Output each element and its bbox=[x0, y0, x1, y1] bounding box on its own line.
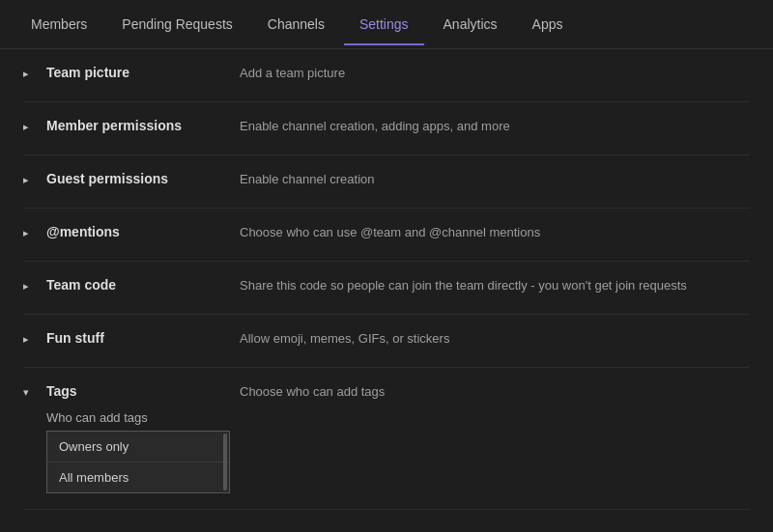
tags-sub-label: Who can add tags bbox=[46, 410, 750, 425]
nav-item-channels[interactable]: Channels bbox=[252, 3, 340, 45]
settings-content: ▸ Team picture Add a team picture ▸ Memb… bbox=[0, 49, 773, 532]
chevron-fun-stuff[interactable]: ▸ bbox=[23, 333, 37, 346]
tags-expanded-content: Who can add tags Owners only All members bbox=[23, 410, 750, 493]
desc-fun-stuff: Allow emoji, memes, GIFs, or stickers bbox=[240, 330, 750, 346]
dropdown-option-all-members[interactable]: All members bbox=[47, 462, 229, 492]
settings-row-team-code: ▸ Team code Share this code so people ca… bbox=[23, 262, 750, 315]
dropdown-option-owners-only[interactable]: Owners only bbox=[47, 432, 229, 462]
chevron-team-picture[interactable]: ▸ bbox=[23, 68, 37, 80]
label-tags: Tags bbox=[46, 383, 240, 399]
label-team-code: Team code bbox=[46, 277, 240, 293]
settings-row-team-picture: ▸ Team picture Add a team picture bbox=[23, 49, 750, 102]
settings-row-mentions: ▸ @mentions Choose who can use @team and… bbox=[23, 209, 750, 262]
chevron-tags[interactable]: ▾ bbox=[23, 386, 37, 399]
top-nav: Members Pending Requests Channels Settin… bbox=[0, 0, 773, 49]
chevron-member-permissions[interactable]: ▸ bbox=[23, 121, 37, 133]
label-team-picture: Team picture bbox=[46, 65, 240, 80]
label-member-permissions: Member permissions bbox=[46, 118, 240, 133]
desc-team-picture: Add a team picture bbox=[240, 65, 750, 80]
chevron-team-code[interactable]: ▸ bbox=[23, 280, 37, 293]
desc-team-code: Share this code so people can join the t… bbox=[240, 277, 750, 293]
desc-member-permissions: Enable channel creation, adding apps, an… bbox=[240, 118, 750, 133]
tags-dropdown[interactable]: Owners only All members bbox=[46, 431, 230, 493]
desc-tags: Choose who can add tags bbox=[240, 383, 750, 399]
chevron-mentions[interactable]: ▸ bbox=[23, 227, 37, 239]
nav-item-members[interactable]: Members bbox=[15, 3, 102, 45]
chevron-guest-permissions[interactable]: ▸ bbox=[23, 174, 37, 186]
desc-mentions: Choose who can use @team and @channel me… bbox=[240, 224, 750, 239]
label-fun-stuff: Fun stuff bbox=[46, 330, 240, 346]
settings-row-tags: ▾ Tags Choose who can add tags Who can a… bbox=[23, 368, 750, 510]
settings-row-fun-stuff: ▸ Fun stuff Allow emoji, memes, GIFs, or… bbox=[23, 315, 750, 368]
label-guest-permissions: Guest permissions bbox=[46, 171, 240, 186]
nav-item-pending-requests[interactable]: Pending Requests bbox=[106, 3, 247, 45]
nav-item-analytics[interactable]: Analytics bbox=[428, 3, 513, 45]
nav-item-apps[interactable]: Apps bbox=[517, 3, 579, 45]
settings-row-member-permissions: ▸ Member permissions Enable channel crea… bbox=[23, 102, 750, 155]
settings-row-guest-permissions: ▸ Guest permissions Enable channel creat… bbox=[23, 155, 750, 209]
nav-item-settings[interactable]: Settings bbox=[344, 3, 424, 45]
desc-guest-permissions: Enable channel creation bbox=[240, 171, 750, 186]
label-mentions: @mentions bbox=[46, 224, 240, 239]
